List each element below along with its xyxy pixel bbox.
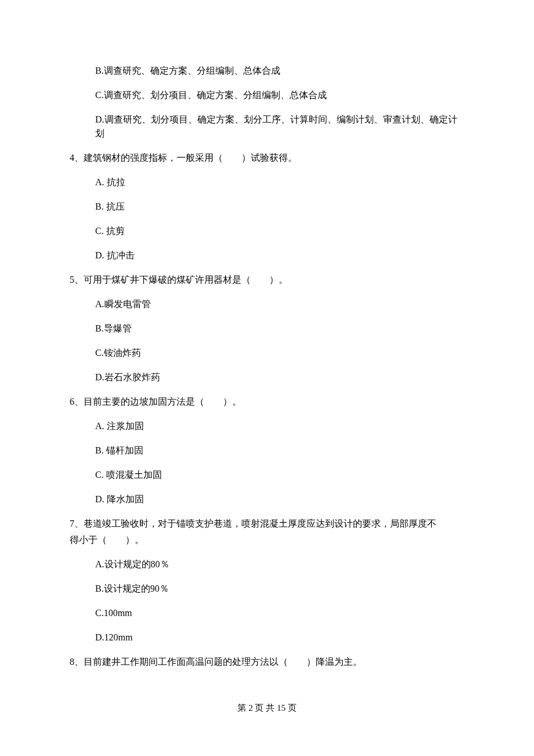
page-footer: 第 2 页 共 15 页 xyxy=(0,701,534,715)
question-6-prompt: 6、目前主要的边坡加固方法是（ ）。 xyxy=(70,395,464,409)
question-7-option-b: B.设计规定的90％ xyxy=(95,582,464,596)
question-4-option-b: B. 抗压 xyxy=(95,200,464,214)
question-4-option-a: A. 抗拉 xyxy=(95,175,464,189)
question-6-option-d: D. 降水加固 xyxy=(95,492,464,506)
question-7-option-d: D.120mm xyxy=(95,631,464,645)
prev-option-d-text: D.调查研究、划分项目、确定方案、划分工序、计算时间、编制计划、审查计划、确定计… xyxy=(95,114,457,138)
question-7-option-a: A.设计规定的80％ xyxy=(95,557,464,571)
question-5-prompt: 5、可用于煤矿井下爆破的煤矿许用器材是（ ）。 xyxy=(70,273,464,287)
question-4-option-c: C. 抗剪 xyxy=(95,224,464,238)
question-5-option-b: B.导爆管 xyxy=(95,322,464,336)
document-page: B.调查研究、确定方案、分组编制、总体合成 C.调查研究、划分项目、确定方案、分… xyxy=(0,0,534,756)
question-6-option-b: B. 锚杆加固 xyxy=(95,444,464,458)
question-7-prompt-line1: 7、巷道竣工验收时，对于锚喷支护巷道，喷射混凝土厚度应达到设计的要求，局部厚度不 xyxy=(70,517,464,531)
prev-option-d: D.调查研究、划分项目、确定方案、划分工序、计算时间、编制计划、审查计划、确定计… xyxy=(95,113,464,141)
question-4-option-d: D. 抗冲击 xyxy=(95,249,464,262)
question-6-option-c: C. 喷混凝土加固 xyxy=(95,468,464,482)
question-4-prompt: 4、建筑钢材的强度指标，一般采用（ ）试验获得。 xyxy=(70,151,464,165)
question-5-option-a: A.瞬发电雷管 xyxy=(95,297,464,311)
prev-option-c: C.调查研究、划分项目、确定方案、分组编制、总体合成 xyxy=(95,88,464,102)
question-7-option-c: C.100mm xyxy=(95,606,464,620)
question-7-prompt-line2: 得小于（ ）。 xyxy=(70,533,464,547)
question-5-option-d: D.岩石水胶炸药 xyxy=(95,370,464,384)
question-5-option-c: C.铵油炸药 xyxy=(95,346,464,360)
question-6-option-a: A. 注浆加固 xyxy=(95,419,464,433)
question-8-prompt: 8、目前建井工作期间工作面高温问题的处理方法以（ ）降温为主。 xyxy=(70,655,464,669)
prev-option-b: B.调查研究、确定方案、分组编制、总体合成 xyxy=(95,64,464,78)
